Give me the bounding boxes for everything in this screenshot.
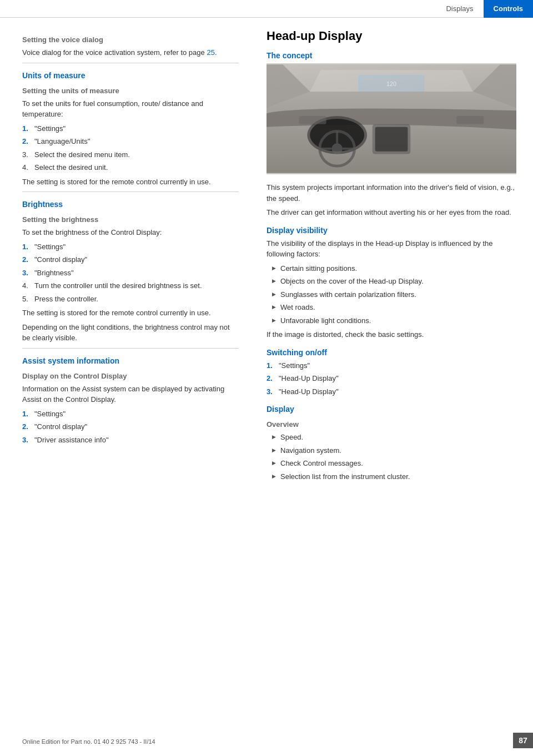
svg-point-12 [331,143,343,154]
setting-brightness-section: Setting the brightness To set the bright… [22,215,239,344]
overview-list: Speed. Navigation system. Check Control … [266,432,516,482]
display-heading: Display [266,405,516,414]
visibility-intro: The visibility of the displays in the He… [266,238,516,260]
list-item: Sunglasses with certain polarization fil… [266,289,516,300]
list-item: Certain sitting positions. [266,263,516,274]
overview-heading: Overview [266,420,516,429]
left-column: Setting the voice dialog Voice dialog fo… [0,23,255,491]
visibility-list: Certain sitting positions. Objects on th… [266,263,516,326]
list-item: Objects on the cover of the Head-up Disp… [266,276,516,287]
setting-units-section: Setting the units of measure To set the … [22,87,239,188]
list-item: 2. "Control display" [22,254,239,265]
list-item: 3. "Head-Up Display" [266,386,516,397]
tab-controls[interactable]: Controls [484,0,533,18]
list-item: 3. Select the desired menu item. [22,149,239,160]
list-item: 2. "Head-Up Display" [266,373,516,384]
car-dashboard-image: 120 [266,63,516,174]
setting-units-steps: 1. "Settings" 2. "Language/Units" 3. Sel… [22,123,239,173]
brightness-section: Brightness [22,200,239,209]
list-item: 5. Press the controller. [22,294,239,305]
concept-section: The concept [266,51,516,218]
list-item: 3. "Brightness" [22,268,239,279]
list-item: Speed. [266,432,516,443]
list-item: Wet roads. [266,302,516,313]
list-item: 3. "Driver assistance info" [22,435,239,446]
svg-rect-8 [456,116,484,124]
page-number: 87 [513,733,533,748]
list-item: 2. "Control display" [22,421,239,432]
voice-dialog-heading: Setting the voice dialog [22,36,239,44]
list-item: 1. "Settings" [22,409,239,420]
list-item: 1. "Settings" [266,360,516,371]
setting-brightness-footer1: The setting is stored for the remote con… [22,308,239,319]
list-item: 2. "Language/Units" [22,136,239,147]
main-heading: Head-up Display [266,29,516,43]
switching-steps: 1. "Settings" 2. "Head-Up Display" 3. "H… [266,360,516,397]
setting-units-footer: The setting is stored for the remote con… [22,177,239,188]
voice-dialog-page-ref[interactable]: 25 [207,48,214,57]
visibility-section: Display visibility The visibility of the… [266,226,516,340]
setting-brightness-footer2: Depending on the light conditions, the b… [22,322,239,344]
voice-dialog-para: Voice dialog for the voice activation sy… [22,47,239,58]
footer-copyright: Online Edition for Part no. 01 40 2 925 … [22,738,155,745]
list-item: Navigation system. [266,445,516,456]
assist-section: Assist system information [22,356,239,365]
setting-brightness-intro: To set the brightness of the Control Dis… [22,227,239,238]
setting-brightness-steps: 1. "Settings" 2. "Control display" 3. "B… [22,241,239,305]
setting-brightness-heading: Setting the brightness [22,215,239,224]
list-item: Unfavorable light conditions. [266,315,516,326]
concept-para1: This system projects important informati… [266,182,516,204]
list-item: 4. Select the desired unit. [22,162,239,173]
list-item: Selection list from the instrument clust… [266,471,516,482]
main-content: Setting the voice dialog Voice dialog fo… [0,18,533,491]
visibility-footer: If the image is distorted, check the bas… [266,329,516,340]
units-heading: Units of measure [22,71,239,80]
concept-heading: The concept [266,51,516,60]
brightness-heading: Brightness [22,200,239,209]
setting-units-heading: Setting the units of measure [22,87,239,95]
list-item: Check Control messages. [266,458,516,469]
svg-rect-7 [299,116,326,124]
display-section: Display [266,405,516,414]
divider-1 [22,63,239,63]
svg-rect-6 [375,127,408,152]
visibility-heading: Display visibility [266,226,516,235]
right-column: Head-up Display The concept [255,23,533,491]
car-dashboard-svg: 120 [266,63,516,174]
setting-units-intro: To set the units for fuel consumption, r… [22,98,239,120]
list-item: 4. Turn the controller until the desired… [22,280,239,291]
tab-displays[interactable]: Displays [436,0,483,18]
switching-section: Switching on/off 1. "Settings" 2. "Head-… [266,348,516,397]
assist-heading: Assist system information [22,356,239,365]
display-control-section: Display on the Control Display Informati… [22,372,239,446]
top-nav: Displays Controls [0,0,533,18]
units-section: Units of measure [22,71,239,80]
concept-para2: The driver can get information without a… [266,207,516,218]
list-item: 1. "Settings" [22,241,239,253]
svg-text:120: 120 [386,80,396,87]
overview-section: Overview Speed. Navigation system. Check… [266,420,516,482]
divider-3 [22,348,239,349]
display-control-heading: Display on the Control Display [22,372,239,380]
display-control-intro: Information on the Assist system can be … [22,384,239,405]
divider-2 [22,191,239,192]
display-control-steps: 1. "Settings" 2. "Control display" 3. "D… [22,409,239,446]
voice-dialog-section: Setting the voice dialog Voice dialog fo… [22,36,239,58]
list-item: 1. "Settings" [22,123,239,134]
switching-heading: Switching on/off [266,348,516,357]
